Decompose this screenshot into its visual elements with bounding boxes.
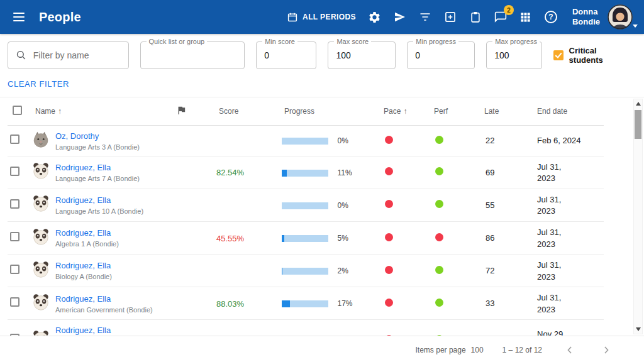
chevron-right-icon [600, 344, 613, 356]
student-avatar [31, 130, 50, 149]
end-date-value: Jul 31, 2023 [537, 260, 561, 282]
column-header-progress[interactable]: Progress [282, 97, 381, 125]
student-name-link[interactable]: Rodriguez, Ella [55, 261, 111, 270]
scroll-down-button[interactable] [634, 325, 642, 334]
clipboard-button[interactable] [465, 7, 486, 27]
perf-dot [435, 335, 443, 336]
panda-avatar-icon [31, 293, 50, 312]
perf-dot [435, 299, 443, 307]
table-header-row: Name↑ Score Progress Pace↑ Perf Late End… [8, 97, 604, 125]
menu-button[interactable] [9, 7, 29, 27]
table-row: Rodriguez, Ella Language Arts 10 A (Bond… [8, 189, 604, 221]
scrollbar-thumb[interactable] [635, 110, 641, 139]
scroll-up-button[interactable] [634, 99, 642, 108]
max-score-input[interactable] [328, 50, 395, 60]
grid-icon [519, 11, 531, 23]
critical-students-toggle[interactable]: Critical students [553, 46, 636, 65]
row-checkbox[interactable] [10, 199, 19, 209]
add-button[interactable] [440, 7, 460, 27]
row-checkbox[interactable] [10, 265, 19, 274]
panda-avatar-icon [31, 329, 50, 336]
course-name: Language Arts 3 A (Bondie) [55, 143, 174, 151]
chevron-left-icon [564, 344, 576, 356]
next-page-button[interactable] [597, 341, 615, 359]
student-avatar [31, 194, 50, 213]
sort-asc-icon: ↑ [58, 107, 62, 116]
student-name-link[interactable]: Rodriguez, Ella [55, 294, 111, 304]
column-header-late[interactable]: Late [482, 97, 535, 125]
apps-button[interactable] [516, 7, 536, 27]
min-score-input[interactable] [257, 50, 316, 60]
items-per-page-value[interactable]: 100 [471, 346, 484, 354]
progress-fill [282, 268, 282, 275]
settings-button[interactable] [365, 7, 385, 27]
end-date-value: Jul 31, 2023 [537, 162, 561, 184]
progress-label: 11% [337, 168, 352, 177]
student-name-link[interactable]: Rodriguez, Ella [55, 326, 111, 335]
flag-icon [176, 105, 187, 116]
score-value: 88.03% [216, 299, 244, 309]
student-name-link[interactable]: Oz, Dorothy [55, 131, 99, 141]
all-periods-button[interactable]: ALL PERIODS [287, 11, 356, 23]
row-checkbox[interactable] [10, 334, 19, 336]
column-header-flag[interactable] [174, 97, 216, 125]
row-checkbox[interactable] [10, 167, 19, 176]
panda-avatar-icon [31, 228, 50, 246]
caret-down-icon [633, 25, 638, 28]
student-name-link[interactable]: Rodriguez, Ella [55, 228, 111, 238]
table-row: Rodriguez, Ella Language Arts 7 A (Bondi… [8, 156, 604, 189]
user-avatar-button[interactable] [608, 4, 635, 30]
progress-bar [282, 300, 328, 307]
progress-bar [282, 170, 328, 177]
topbar: People ALL PERIODS 2 ? [0, 0, 644, 34]
progress-fill [282, 300, 290, 307]
student-avatar [31, 293, 50, 312]
late-value: 22 [482, 125, 535, 156]
student-avatar [31, 329, 50, 336]
help-button[interactable]: ? [541, 7, 561, 27]
late-value: 55 [482, 189, 535, 221]
min-score-field: Min score [256, 41, 316, 69]
column-header-score[interactable]: Score [216, 97, 282, 125]
pace-dot [385, 136, 393, 144]
clear-filter-link[interactable]: CLEAR FILTER [8, 79, 69, 89]
min-progress-input[interactable] [408, 50, 474, 60]
messages-button[interactable]: 2 [491, 7, 511, 27]
row-checkbox[interactable] [10, 134, 19, 144]
row-checkbox[interactable] [10, 232, 19, 241]
people-table: Name↑ Score Progress Pace↑ Perf Late End… [0, 97, 644, 336]
row-checkbox[interactable] [10, 297, 19, 307]
course-name: Biology A (Bondie) [55, 272, 174, 281]
user-avatar [608, 4, 633, 30]
previous-page-button[interactable] [561, 341, 579, 359]
max-progress-input[interactable] [487, 50, 541, 60]
table-row: Oz, Dorothy Language Arts 3 A (Bondie) 0… [8, 125, 604, 156]
triangle-up-icon [636, 102, 641, 106]
column-header-end-date[interactable]: End date [535, 97, 604, 125]
name-filter-input[interactable] [27, 50, 128, 60]
progress-fill [282, 235, 284, 242]
late-value: 72 [482, 255, 535, 287]
send-button[interactable] [390, 7, 410, 27]
course-name: Language Arts 7 A (Bondie) [55, 174, 174, 183]
min-progress-field: Min progress [407, 41, 475, 69]
clipboard-icon [469, 11, 482, 23]
column-header-pace[interactable]: Pace↑ [381, 97, 431, 125]
filter-button[interactable] [415, 7, 435, 27]
items-per-page-label: Items per page [416, 346, 466, 354]
student-avatar [31, 162, 50, 180]
student-name-link[interactable]: Rodriguez, Ella [55, 163, 111, 172]
column-header-perf[interactable]: Perf [431, 97, 482, 125]
critical-students-checkbox[interactable] [553, 50, 564, 60]
end-date-value: Jul 31, 2023 [537, 228, 561, 249]
cat-avatar-icon [31, 130, 50, 149]
column-header-name[interactable]: Name↑ [30, 97, 174, 125]
page-title: People [39, 10, 81, 25]
max-score-label: Max score [334, 38, 371, 46]
student-name-link[interactable]: Rodriguez, Ella [55, 195, 111, 205]
vertical-scrollbar[interactable] [633, 99, 643, 334]
student-avatar [31, 260, 50, 279]
select-all-checkbox[interactable] [13, 106, 22, 115]
pace-dot [385, 200, 393, 208]
quick-list-input[interactable] [141, 50, 245, 60]
